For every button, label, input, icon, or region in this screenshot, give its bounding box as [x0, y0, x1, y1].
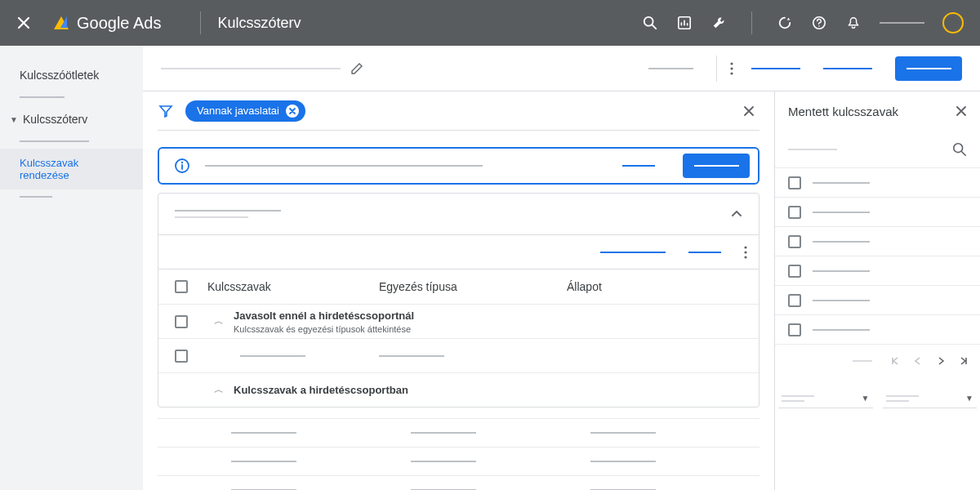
refresh-icon[interactable] — [777, 15, 793, 31]
subheader — [143, 46, 980, 91]
existing-title: Kulcsszavak a hirdetéscsoportban — [234, 384, 408, 396]
sidebar-item-ideas[interactable]: Kulcsszóötletek — [0, 60, 143, 90]
svg-point-9 — [744, 246, 746, 248]
existing-section-row[interactable]: ︿ Kulcsszavak a hirdetéscsoportban — [158, 372, 759, 407]
footer-dropdown[interactable]: ▼ — [778, 389, 873, 408]
filter-chip-label: Vannak javaslatai — [197, 105, 279, 117]
close-icon[interactable] — [16, 16, 31, 30]
svg-point-12 — [954, 143, 963, 152]
sidebar-placeholder — [0, 134, 143, 149]
edit-icon[interactable] — [350, 62, 363, 75]
list-item[interactable] — [775, 227, 980, 256]
table-row — [158, 338, 759, 372]
close-icon[interactable] — [956, 105, 967, 117]
adgroup-card: Kulcsszavak Egyezés típusa Állapot ︿ Jav… — [158, 193, 760, 408]
list-item[interactable] — [775, 315, 980, 345]
adgroup-header[interactable] — [158, 194, 759, 234]
row-checkbox[interactable] — [788, 294, 801, 307]
keywords-table: Kulcsszavak Egyezés típusa Állapot ︿ Jav… — [158, 269, 759, 407]
row-checkbox[interactable] — [788, 235, 801, 248]
adgroup-action-link[interactable] — [600, 252, 666, 253]
panel-search[interactable] — [775, 131, 980, 168]
row-checkbox[interactable] — [788, 176, 801, 189]
svg-point-10 — [744, 251, 746, 253]
sidebar: Kulcsszóötletek ▼ Kulcsszóterv Kulcsszav… — [0, 46, 143, 490]
table-header-row: Kulcsszavak Egyezés típusa Állapot — [158, 270, 759, 304]
svg-point-3 — [818, 25, 820, 27]
list-item[interactable] — [775, 256, 980, 286]
subheader-link[interactable] — [751, 68, 800, 69]
table-row — [158, 418, 760, 448]
sidebar-item-label: Kulcsszóterv — [23, 113, 87, 126]
sidebar-placeholder — [0, 90, 143, 105]
avatar[interactable] — [942, 12, 964, 33]
chip-remove-icon[interactable] — [286, 105, 299, 118]
last-page-icon[interactable] — [957, 354, 970, 368]
suggested-section-row[interactable]: ︿ Javasolt ennél a hirdetéscsoportnál Ku… — [158, 304, 759, 338]
pagination — [775, 345, 980, 377]
prev-page-icon[interactable] — [911, 354, 924, 368]
chevron-up-icon[interactable] — [731, 210, 742, 218]
svg-point-11 — [744, 256, 746, 258]
svg-point-5 — [730, 67, 733, 69]
primary-action-button[interactable] — [895, 56, 962, 81]
panel-header: Mentett kulcsszavak — [775, 91, 980, 131]
row-checkbox[interactable] — [175, 350, 188, 363]
notifications-icon[interactable] — [845, 15, 862, 31]
list-item[interactable] — [775, 198, 980, 227]
extra-rows — [158, 418, 760, 490]
next-page-icon[interactable] — [934, 354, 947, 368]
info-link[interactable] — [622, 165, 655, 167]
chevron-up-icon[interactable]: ︿ — [214, 314, 224, 328]
first-page-icon[interactable] — [889, 354, 902, 368]
info-banner — [158, 147, 760, 185]
info-text-placeholder — [205, 165, 483, 167]
more-icon[interactable] — [744, 246, 747, 259]
more-icon[interactable] — [722, 59, 742, 78]
row-checkbox[interactable] — [788, 206, 801, 219]
col-status[interactable]: Állapot — [567, 280, 602, 293]
col-keywords[interactable]: Kulcsszavak — [207, 280, 379, 293]
help-icon[interactable] — [811, 15, 827, 31]
suggested-title: Javasolt ennél a hirdetéscsoportnál — [234, 310, 414, 322]
sidebar-placeholder — [0, 189, 143, 204]
adgroup-action-link[interactable] — [688, 252, 721, 253]
filter-chip[interactable]: Vannak javaslatai — [185, 100, 305, 122]
table-row — [158, 447, 760, 476]
caret-down-icon: ▼ — [10, 115, 18, 124]
filter-icon[interactable] — [158, 103, 174, 119]
row-checkbox[interactable] — [788, 265, 801, 278]
panel-footer: ▼ ▼ — [775, 377, 980, 420]
product-logo: Google Ads — [54, 14, 161, 33]
search-icon[interactable] — [642, 15, 658, 31]
sidebar-item-plan[interactable]: ▼ Kulcsszóterv — [0, 105, 143, 134]
svg-point-6 — [730, 72, 733, 74]
svg-point-0 — [644, 17, 653, 26]
reports-icon[interactable] — [676, 15, 693, 31]
list-item[interactable] — [775, 168, 980, 198]
close-icon[interactable] — [743, 105, 755, 117]
search-icon[interactable] — [952, 142, 967, 157]
col-match[interactable]: Egyezés típusa — [379, 280, 567, 293]
tools-icon[interactable] — [710, 15, 727, 31]
saved-keywords-panel: Mentett kulcsszavak — [774, 91, 980, 490]
row-checkbox[interactable] — [175, 315, 188, 328]
caret-down-icon: ▼ — [862, 394, 870, 403]
table-row — [158, 475, 760, 490]
info-icon — [174, 158, 190, 174]
page-title: Kulcsszóterv — [217, 15, 301, 32]
panel-title: Mentett kulcsszavak — [788, 105, 898, 118]
info-action-button[interactable] — [683, 154, 750, 178]
list-item[interactable] — [775, 286, 980, 315]
subheader-link[interactable] — [823, 68, 872, 69]
select-all-checkbox[interactable] — [175, 280, 188, 293]
plan-name-placeholder — [161, 68, 341, 69]
chevron-up-icon[interactable]: ︿ — [214, 383, 224, 397]
sidebar-item-organize[interactable]: Kulcsszavak rendezése — [0, 149, 143, 189]
footer-dropdown[interactable]: ▼ — [883, 389, 978, 408]
adgroup-actions — [158, 234, 759, 269]
filter-bar: Vannak javaslatai — [158, 91, 760, 131]
caret-down-icon: ▼ — [965, 394, 973, 403]
svg-point-4 — [730, 62, 733, 65]
row-checkbox[interactable] — [788, 323, 801, 336]
